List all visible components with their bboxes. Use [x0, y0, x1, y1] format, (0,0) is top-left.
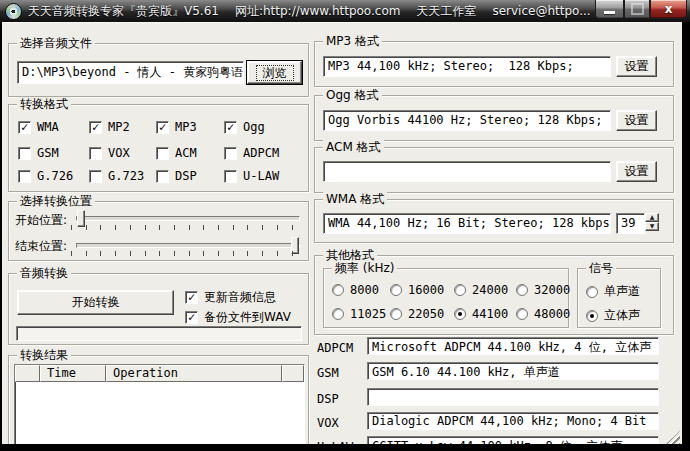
result-group: 转换结果 Time Operation — [8, 355, 309, 444]
mp3-settings-button[interactable]: 设置 — [616, 56, 657, 77]
signal-group-title: 信号 — [586, 261, 616, 275]
start-position-label: 开始位置: — [15, 212, 67, 229]
format-checkbox-g726[interactable]: G.726 — [18, 169, 73, 183]
format-checkbox-mp2[interactable]: MP2 — [89, 120, 130, 134]
vox-format-input[interactable]: Dialogic ADPCM 44,100 kHz; Mono; 4 Bit — [367, 412, 659, 430]
start-convert-label: 开始转换 — [72, 294, 120, 311]
end-position-label: 结束位置: — [15, 238, 67, 255]
format-checkbox-mp3[interactable]: MP3 — [156, 120, 197, 134]
radio-label: 24000 — [472, 283, 508, 297]
ogg-format-input[interactable]: Ogg Vorbis 44100 Hz; Stereo; 128 Kbps; — [323, 110, 611, 131]
format-checkbox-vox[interactable]: VOX — [89, 146, 130, 160]
gsm-row-label: GSM — [317, 366, 339, 380]
title-bar: 天天音频转换专家『贵宾版』V5.61 网址:http://www.httpoo.… — [0, 0, 690, 22]
checkbox-label: U-LAW — [243, 169, 279, 183]
checkbox-box — [224, 170, 237, 183]
browse-button-label: 浏览 — [256, 65, 294, 81]
adpcm-row-label: ADPCM — [317, 341, 353, 355]
column-header-operation[interactable]: Operation — [106, 365, 282, 382]
format-group: 转换格式 WMA MP2 MP3 Ogg GSM VOX ACM ADPCM G… — [8, 104, 309, 192]
progress-bar — [16, 326, 302, 341]
browse-button[interactable]: 浏览 — [247, 61, 302, 84]
radio-label: 22050 — [408, 307, 444, 321]
window-controls: x — [595, 0, 687, 20]
checkbox-box — [89, 147, 102, 160]
freq-radio-8000[interactable]: 8000 — [332, 283, 379, 297]
radio-dot — [390, 284, 402, 296]
checkbox-box — [18, 121, 31, 134]
result-list[interactable]: Time Operation — [14, 364, 305, 444]
checkbox-box — [89, 170, 102, 183]
freq-radio-32000[interactable]: 32000 — [516, 283, 570, 297]
freq-radio-16000[interactable]: 16000 — [390, 283, 444, 297]
format-checkbox-gsm[interactable]: GSM — [18, 146, 59, 160]
update-audio-info-checkbox[interactable]: 更新音频信息 — [185, 289, 276, 306]
freq-radio-11025[interactable]: 11025 — [332, 307, 386, 321]
maximize-icon — [631, 3, 644, 15]
maximize-button[interactable] — [624, 0, 650, 19]
format-checkbox-wma[interactable]: WMA — [18, 120, 59, 134]
wma-format-group: WMA 格式 WMA 44,100 Hz; 16 Bit; Stereo; 12… — [314, 199, 674, 243]
freq-radio-48000[interactable]: 48000 — [516, 307, 570, 321]
checkbox-box — [156, 147, 169, 160]
radio-label: 立体声 — [604, 307, 640, 324]
minimize-button[interactable] — [595, 0, 624, 19]
radio-label: 11025 — [350, 307, 386, 321]
format-checkbox-g723[interactable]: G.723 — [89, 169, 144, 183]
checkbox-label: ACM — [175, 146, 197, 160]
title-email: service@httpo... — [492, 4, 590, 18]
acm-format-input[interactable] — [323, 161, 611, 182]
format-checkbox-adpcm[interactable]: ADPCM — [224, 146, 279, 160]
spinner-up-button[interactable]: ▲ — [645, 213, 659, 222]
freq-radio-44100[interactable]: 44100 — [454, 307, 508, 321]
checkbox-box — [185, 311, 198, 324]
close-button[interactable]: x — [650, 0, 687, 19]
column-header-time[interactable]: Time — [40, 365, 106, 382]
ulaw-row-label: U-LAW — [317, 440, 353, 444]
dsp-format-input[interactable] — [367, 388, 659, 406]
start-convert-button[interactable]: 开始转换 — [17, 290, 174, 315]
ogg-format-group: Ogg 格式 Ogg Vorbis 44100 Hz; Stereo; 128 … — [314, 95, 674, 141]
checkbox-box — [185, 291, 198, 304]
column-header-blank[interactable] — [15, 365, 40, 382]
checkbox-box — [89, 121, 102, 134]
signal-radio-stereo[interactable]: 立体声 — [586, 307, 640, 324]
adpcm-format-input[interactable]: Microsoft ADPCM 44.100 kHz, 4 位, 立体声 — [367, 337, 659, 355]
wma-quality-spinner-value[interactable]: 39 — [616, 213, 645, 234]
wma-format-input[interactable]: WMA 44,100 Hz; 16 Bit; Stereo; 128 kbps; — [323, 213, 611, 234]
end-position-slider-track[interactable] — [76, 243, 300, 248]
format-checkbox-ogg[interactable]: Ogg — [224, 120, 265, 134]
resize-grip[interactable] — [666, 431, 680, 444]
position-group-title: 选择转换位置 — [17, 194, 95, 208]
column-header-end[interactable] — [282, 365, 304, 382]
signal-radio-mono[interactable]: 单声道 — [586, 283, 640, 300]
vox-row-label: VOX — [317, 416, 339, 430]
other-group-title: 其他格式 — [323, 248, 377, 262]
checkbox-label: GSM — [37, 146, 59, 160]
ogg-settings-button[interactable]: 设置 — [616, 110, 657, 131]
file-path-input[interactable]: D:\MP3\beyond - 情人 - 黄家驹粤语原曲. — [17, 61, 244, 84]
start-position-slider-track[interactable] — [76, 216, 300, 221]
gsm-format-input[interactable]: GSM 6.10 44.100 kHz, 单声道 — [367, 362, 659, 380]
checkbox-label: ADPCM — [243, 146, 279, 160]
format-checkbox-dsp[interactable]: DSP — [156, 169, 197, 183]
acm-format-group: ACM 格式 设置 — [314, 147, 674, 193]
freq-radio-24000[interactable]: 24000 — [454, 283, 508, 297]
spinner-down-button[interactable]: ▼ — [645, 222, 659, 231]
format-checkbox-ulaw[interactable]: U-LAW — [224, 169, 279, 183]
checkbox-label: DSP — [175, 169, 197, 183]
format-checkbox-acm[interactable]: ACM — [156, 146, 197, 160]
backup-to-wav-checkbox[interactable]: 备份文件到WAV — [185, 309, 291, 326]
radio-dot — [516, 284, 528, 296]
mp3-format-group: MP3 格式 MP3 44,100 kHz; Stereo; 128 Kbps;… — [314, 41, 674, 87]
acm-settings-button[interactable]: 设置 — [616, 161, 657, 182]
cd-disc-app-icon — [5, 3, 22, 20]
checkbox-label: 备份文件到WAV — [204, 309, 291, 326]
title-studio: 天天工作室 — [416, 3, 476, 20]
freq-radio-22050[interactable]: 22050 — [390, 307, 444, 321]
mp3-format-input[interactable]: MP3 44,100 kHz; Stereo; 128 Kbps; — [323, 56, 611, 77]
ogg-settings-label: 设置 — [625, 112, 649, 129]
ulaw-format-input[interactable]: CCITT u-Law 44.100 kHz, 8 位, 立体声 — [367, 436, 659, 444]
radio-dot — [516, 308, 528, 320]
radio-label: 32000 — [534, 283, 570, 297]
